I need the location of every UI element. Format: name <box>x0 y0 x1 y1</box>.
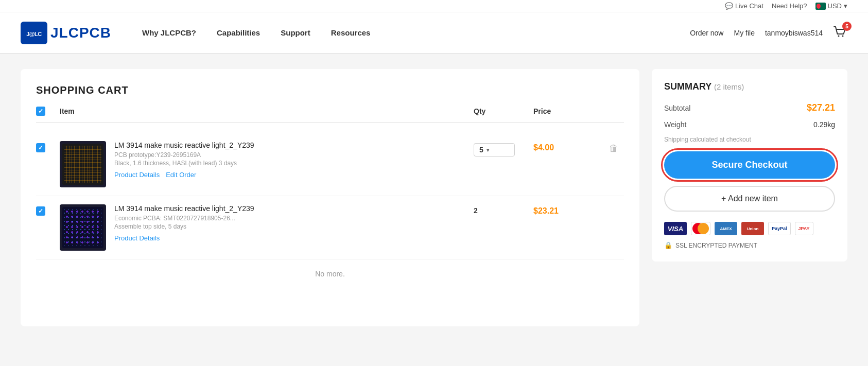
svg-text:J@LC: J@LC <box>26 31 42 37</box>
item-2-image <box>60 204 106 251</box>
item-2-price: $23.21 <box>533 204 595 216</box>
main-nav: Why JLCPCB? Capabilities Support Resourc… <box>142 24 690 41</box>
item-1-product-details-link[interactable]: Product Details <box>114 171 160 179</box>
need-help-link[interactable]: Need Help? <box>772 2 807 10</box>
cart-header: ✓ Item Qty Price <box>36 107 624 123</box>
item-2-links: Product Details <box>114 234 465 242</box>
amex-icon: AMEX <box>715 222 737 235</box>
my-file-link[interactable]: My file <box>734 29 754 37</box>
currency-chevron: ▾ <box>844 2 847 10</box>
select-all-checkbox[interactable]: ✓ <box>36 107 45 116</box>
item-1-details: LM 3914 make music reactive light_2_Y239… <box>114 141 465 179</box>
mastercard-icon <box>691 222 710 235</box>
order-now-link[interactable]: Order now <box>690 29 723 37</box>
logo[interactable]: J@LC JLCPCB <box>21 22 111 44</box>
flag-icon <box>815 3 826 10</box>
check-icon: ✓ <box>38 207 43 215</box>
subtotal-value: $27.21 <box>807 102 835 113</box>
flag-area: USD ▾ <box>815 2 847 10</box>
paypal-icon: PayPal <box>768 222 791 235</box>
live-chat-label: Live Chat <box>735 2 763 10</box>
item-2-qty-value: 2 <box>474 206 478 215</box>
weight-value: 0.29kg <box>813 120 835 129</box>
item-1-image <box>60 141 106 187</box>
unionpay-icon: Union <box>741 222 764 235</box>
logo-icon: J@LC <box>21 22 47 44</box>
shopping-cart-panel: SHOPPING CART ✓ Item Qty Price ✓ <box>21 69 639 326</box>
currency-selector[interactable]: USD <box>828 2 842 10</box>
item-1-qty: 5 ▾ <box>474 141 525 156</box>
ssl-note-text: SSL ENCRYPTED PAYMENT <box>675 242 757 249</box>
live-chat-link[interactable]: 💬 Live Chat <box>725 2 763 10</box>
weight-label: Weight <box>664 120 686 129</box>
nav-why-jlcpcb[interactable]: Why JLCPCB? <box>142 24 196 41</box>
item-1-delete-button[interactable]: 🗑 <box>609 143 618 154</box>
summary-panel: SUMMARY (2 items) Subtotal $27.21 Weight… <box>652 69 847 262</box>
pcb2-graphic <box>62 207 103 248</box>
header-right: Order now My file tanmoybiswas514 5 <box>690 25 847 41</box>
item-1-qty-selector[interactable]: 5 ▾ <box>474 143 515 156</box>
lock-icon: 🔒 <box>664 241 672 249</box>
cart-icon-area[interactable]: 5 <box>833 25 847 41</box>
item-1-spec: Black, 1.6 thickness, HASL(with lead) 3 … <box>114 160 465 167</box>
need-help-label: Need Help? <box>772 2 807 10</box>
item-2-checkbox[interactable]: ✓ <box>36 206 45 216</box>
summary-count: (2 items) <box>714 82 744 91</box>
visa-icon: VISA <box>664 222 687 235</box>
no-more-label: No more. <box>36 259 624 288</box>
chat-icon: 💬 <box>725 2 733 10</box>
item-1-price: $4.00 <box>533 141 595 152</box>
cart-title: SHOPPING CART <box>36 84 624 96</box>
logo-text: JLCPCB <box>50 25 111 41</box>
check-icon: ✓ <box>38 108 43 115</box>
qty-value: 5 <box>479 146 483 154</box>
item-2-qty: 2 <box>474 204 525 215</box>
item-1-name: LM 3914 make music reactive light_2_Y239 <box>114 141 465 149</box>
summary-title: SUMMARY (2 items) <box>664 81 835 92</box>
col-item-header: Item <box>60 107 465 115</box>
secure-checkout-button[interactable]: Secure Checkout <box>664 151 835 179</box>
weight-row: Weight 0.29kg <box>664 120 835 129</box>
jpay-icon: JPAY <box>795 222 813 235</box>
item-1-sub: PCB prototype:Y239-2695169A <box>114 151 465 159</box>
item-1-edit-order-link[interactable]: Edit Order <box>166 171 196 179</box>
shipping-note: Shipping calculated at checkout <box>664 136 835 143</box>
add-new-item-button[interactable]: + Add new item <box>664 186 835 212</box>
nav-capabilities[interactable]: Capabilities <box>217 24 260 41</box>
col-qty-header: Qty <box>474 107 525 115</box>
item-2-product-details-link[interactable]: Product Details <box>114 234 160 242</box>
cart-badge: 5 <box>842 22 852 31</box>
check-icon: ✓ <box>38 144 43 151</box>
item-2-details: LM 3914 make music reactive light_2_Y239… <box>114 204 465 242</box>
summary-title-text: SUMMARY <box>664 81 711 92</box>
svg-point-3 <box>842 36 844 37</box>
table-row: ✓ LM 3914 make music reactive light_2_Y2… <box>36 133 624 196</box>
svg-point-2 <box>838 36 840 37</box>
payment-icons-area: VISA AMEX Union PayPal JPAY <box>664 222 835 235</box>
nav-resources[interactable]: Resources <box>331 24 371 41</box>
item-2-sub: Economic PCBA: SMT0220727918905-26... <box>114 215 465 222</box>
ssl-note: 🔒 SSL ENCRYPTED PAYMENT <box>664 241 835 249</box>
pcb1-graphic <box>62 144 103 185</box>
item-1-links: Product Details Edit Order <box>114 171 465 179</box>
item-2-spec: Assemble top side, 5 days <box>114 223 465 230</box>
chevron-down-icon: ▾ <box>487 147 489 153</box>
item-1-checkbox[interactable]: ✓ <box>36 143 45 152</box>
item-2-name: LM 3914 make music reactive light_2_Y239 <box>114 204 465 213</box>
username-label[interactable]: tanmoybiswas514 <box>765 29 823 37</box>
nav-support[interactable]: Support <box>281 24 310 41</box>
subtotal-label: Subtotal <box>664 104 690 112</box>
col-price-header: Price <box>533 107 595 115</box>
subtotal-row: Subtotal $27.21 <box>664 102 835 113</box>
table-row: ✓ LM 3914 make music reactive light_2_Y2… <box>36 196 624 259</box>
